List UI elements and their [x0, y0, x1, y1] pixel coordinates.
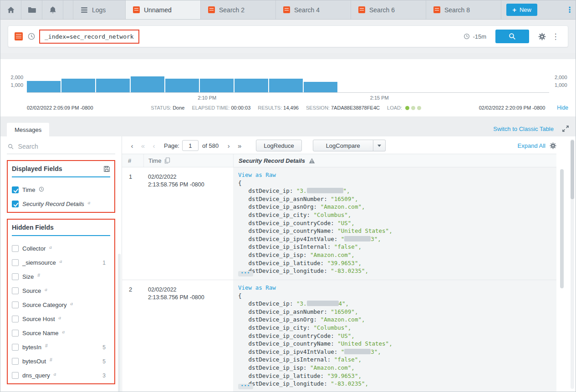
library-button[interactable] — [21, 0, 42, 19]
table-scrollbar[interactable] — [560, 169, 564, 288]
field-row[interactable]: Source Host a — [12, 312, 110, 326]
row-time: 02/02/2022 2:13:58.756 PM -0800 — [143, 167, 233, 280]
logreduce-button[interactable]: LogReduce — [256, 140, 302, 151]
field-type-marker: a — [45, 286, 47, 292]
row-number: 1 — [122, 167, 143, 280]
field-row[interactable]: Source a — [12, 284, 110, 298]
redacted-value — [344, 236, 371, 241]
expand-all-link[interactable]: Expand All — [518, 142, 545, 149]
search-document-icon — [208, 6, 215, 13]
histogram-bar[interactable] — [165, 79, 199, 92]
main-scrollbar[interactable] — [571, 139, 574, 389]
time-range-button[interactable]: -15m — [464, 33, 486, 40]
field-checkbox[interactable] — [12, 186, 19, 193]
field-checkbox[interactable] — [12, 330, 19, 337]
pagination-first-button[interactable]: « — [138, 142, 148, 150]
logcompare-button[interactable]: LogCompare — [313, 140, 373, 151]
more-button[interactable]: ••• — [238, 384, 253, 389]
field-checkbox[interactable] — [12, 201, 19, 207]
switch-to-classic-table-link[interactable]: Switch to Classic Table — [493, 126, 554, 132]
hidden-fields-box: Hidden Fields Collector a _siemsource a … — [7, 219, 115, 384]
histogram-bar[interactable] — [61, 79, 95, 92]
warning-icon — [309, 158, 315, 164]
histogram-bar[interactable] — [131, 76, 164, 92]
history-button[interactable] — [27, 32, 36, 40]
view-as-raw-link[interactable]: View as Raw — [238, 171, 551, 179]
field-checkbox[interactable] — [12, 344, 19, 351]
json-line: dstDevice_ip: "3.", — [238, 187, 551, 195]
field-checkbox[interactable] — [12, 259, 19, 266]
table-settings-button[interactable] — [550, 142, 556, 149]
table-body: 1 02/02/2022 2:13:58.756 PM -0800 View a… — [122, 167, 556, 392]
field-checkbox[interactable] — [12, 287, 19, 294]
field-row[interactable]: bytesOut # 5 — [12, 354, 110, 368]
field-row[interactable]: Source Name a — [12, 326, 110, 340]
json-line: dstDevice_ip_city: "Columbus", — [238, 211, 551, 219]
save-fields-button[interactable] — [103, 166, 110, 172]
histogram-bar[interactable] — [96, 79, 130, 92]
field-row[interactable]: Time — [12, 183, 110, 197]
field-row[interactable]: Source Category a — [12, 298, 110, 312]
field-checkbox[interactable] — [12, 316, 19, 322]
column-header-time[interactable]: Time — [143, 154, 233, 167]
range-end-time: 02/02/2022 2:20:09 PM -0800 — [479, 105, 545, 111]
histogram-plot[interactable] — [27, 72, 549, 93]
logcompare-dropdown-button[interactable] — [373, 140, 386, 151]
pagination-back-button[interactable]: ‹ — [127, 142, 138, 150]
page-input[interactable] — [182, 140, 199, 151]
field-checkbox[interactable] — [12, 273, 19, 280]
tab-logs[interactable]: Logs — [73, 0, 126, 19]
search-tab[interactable]: Unnamed — [126, 0, 201, 19]
load-indicator-dot — [411, 106, 415, 110]
pagination-next-button[interactable]: › — [223, 142, 234, 150]
field-checkbox[interactable] — [12, 372, 19, 379]
pagination-prev-button[interactable]: ‹ — [148, 142, 159, 150]
field-count: 3 — [102, 372, 110, 379]
fields-search-input[interactable] — [18, 143, 114, 150]
query-input[interactable]: _index=sec_record_network — [45, 33, 134, 40]
search-tab[interactable]: Search 8 — [426, 0, 501, 19]
search-tab[interactable]: Search 2 — [201, 0, 276, 19]
table-row[interactable]: 2 02/02/2022 2:13:58.756 PM -0800 View a… — [122, 280, 556, 392]
tab-label: Search 4 — [294, 6, 320, 14]
json-line: dstDevice_ip_asnOrg: "Amazon.com", — [238, 316, 551, 324]
search-settings-button[interactable] — [538, 33, 546, 40]
scrollbar-thumb[interactable] — [571, 140, 574, 199]
field-row[interactable]: bytesIn # 5 — [12, 340, 110, 354]
home-button[interactable] — [0, 0, 21, 19]
notifications-button[interactable] — [42, 0, 63, 19]
search-tab[interactable]: Search 6 — [351, 0, 426, 19]
sidebar-scrollbar[interactable] — [118, 254, 121, 392]
expand-panel-button[interactable] — [562, 125, 569, 132]
field-row[interactable]: Collector a — [12, 241, 110, 256]
column-header-details[interactable]: Security Record Details — [233, 154, 556, 167]
topbar-kebab-menu-icon[interactable]: ⋮ — [564, 0, 576, 19]
field-row[interactable]: dns_query a 3 — [12, 368, 110, 382]
more-button[interactable]: ••• — [238, 271, 253, 276]
new-button[interactable]: + New — [506, 4, 537, 16]
histogram-bar[interactable] — [27, 81, 61, 92]
field-checkbox[interactable] — [12, 302, 19, 308]
searchbar-kebab-menu-icon[interactable]: ⋮ — [550, 32, 561, 41]
run-search-button[interactable] — [495, 30, 529, 43]
table-row[interactable]: 1 02/02/2022 2:13:58.756 PM -0800 View a… — [122, 167, 556, 280]
field-label: Collector — [22, 245, 46, 252]
field-row[interactable]: Security Record Details a — [12, 197, 110, 211]
pagination-last-button[interactable]: » — [234, 142, 245, 150]
tab-messages[interactable]: Messages — [7, 123, 49, 136]
field-row[interactable]: _siemsource a 1 — [12, 256, 110, 270]
hide-link[interactable]: Hide — [557, 105, 568, 111]
search-tab[interactable]: Search 4 — [276, 0, 351, 19]
field-checkbox[interactable] — [12, 245, 19, 252]
field-row[interactable]: Size # — [12, 270, 110, 284]
histogram-bar[interactable] — [269, 79, 303, 92]
view-as-raw-link[interactable]: View as Raw — [238, 284, 551, 292]
histogram-bar[interactable] — [304, 82, 337, 92]
home-icon — [7, 6, 15, 14]
histogram-bar[interactable] — [200, 79, 234, 92]
tab-label: Unnamed — [144, 6, 172, 14]
redacted-value — [307, 301, 339, 306]
histogram-bar[interactable] — [234, 79, 268, 92]
messages-section: Messages Switch to Classic Table Display… — [0, 121, 576, 392]
field-checkbox[interactable] — [12, 358, 19, 365]
